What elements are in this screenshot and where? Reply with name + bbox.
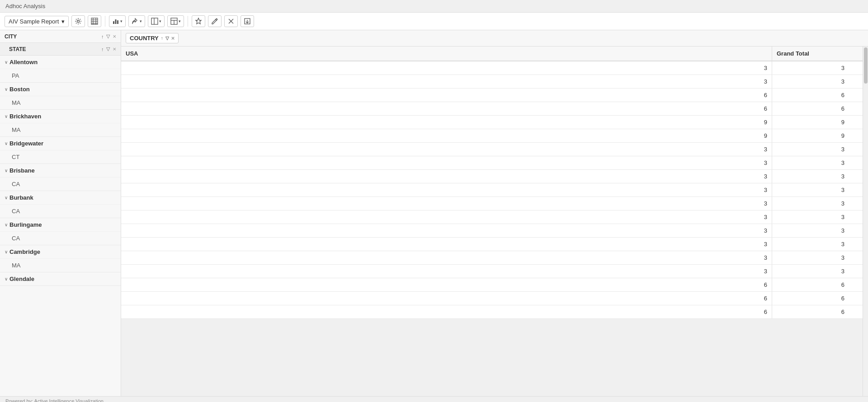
city-row-bridgewater[interactable]: ∨ Bridgewater — [0, 137, 121, 150]
usa-cell: 3 — [121, 183, 772, 196]
state-filter-row: STATE ↑ ▽ × — [0, 43, 121, 56]
table-scroll-container: USA Grand Total 3 3 3 3 6 6 6 — [121, 47, 868, 396]
city-group-brickhaven: ∨ Brickhaven MA — [0, 110, 121, 137]
total-cell: 3 — [772, 143, 863, 156]
delete-icon — [227, 18, 235, 25]
country-chip-close[interactable]: × — [171, 35, 175, 42]
state-row-ca-burlingame: CA — [0, 231, 121, 245]
total-cell: 6 — [772, 278, 863, 291]
state-filter-label: STATE — [9, 46, 99, 52]
sidebar-header: CITY ↑ ▽ × STATE ↑ ▽ × — [0, 30, 121, 56]
city-group-burbank: ∨ Burbank CA — [0, 191, 121, 218]
country-chip-label: COUNTRY — [130, 35, 159, 42]
usa-cell: 3 — [121, 210, 772, 224]
panel-arrow: ▾ — [159, 19, 161, 23]
boston-label: Boston — [9, 86, 30, 93]
table-row: 6 6 — [121, 292, 863, 305]
state-sort-up-icon[interactable]: ↑ — [101, 47, 104, 52]
burlingame-label: Burlingame — [9, 221, 42, 228]
toolbar: AIV Sample Report ▾ ▾ ▾ — [0, 13, 868, 30]
state-row-ma-boston: MA — [0, 96, 121, 109]
layout-arrow: ▾ — [179, 19, 181, 23]
share-button[interactable]: ▾ — [128, 15, 145, 27]
usa-cell: 3 — [121, 75, 772, 88]
export-button[interactable] — [241, 15, 254, 27]
table-row: 6 6 — [121, 278, 863, 292]
chart-button[interactable]: ▾ — [109, 15, 126, 27]
app-title: Adhoc Analysis — [5, 3, 45, 9]
layout-icon — [170, 18, 178, 25]
country-sort-icon[interactable]: ↑ — [161, 36, 163, 41]
boston-chevron: ∨ — [5, 87, 8, 92]
city-filter-icon[interactable]: ▽ — [106, 33, 110, 39]
usa-cell: 9 — [121, 129, 772, 142]
table-row: 3 3 — [121, 170, 863, 183]
usa-cell: 6 — [121, 305, 772, 318]
pin-icon — [195, 18, 202, 25]
table-view-button[interactable] — [88, 15, 101, 27]
city-row-burlingame[interactable]: ∨ Burlingame — [0, 218, 121, 231]
total-cell: 3 — [772, 197, 863, 210]
bridgewater-label: Bridgewater — [9, 140, 43, 147]
usa-cell: 6 — [121, 292, 772, 305]
edit-button[interactable] — [208, 15, 222, 27]
burbank-chevron: ∨ — [5, 195, 8, 200]
cambridge-chevron: ∨ — [5, 249, 8, 254]
state-row-ma-brickhaven: MA — [0, 123, 121, 136]
footer: Powered by: Active Intelligence Visualiz… — [0, 396, 868, 402]
scrollbar-thumb[interactable] — [864, 47, 868, 84]
total-cell: 3 — [772, 75, 863, 88]
city-row-brisbane[interactable]: ∨ Brisbane — [0, 164, 121, 177]
city-row-allentown[interactable]: ∨ Allentown — [0, 56, 121, 69]
state-filter-close[interactable]: × — [113, 46, 116, 52]
total-cell: 3 — [772, 156, 863, 169]
delete-button[interactable] — [224, 15, 238, 27]
share-icon — [132, 18, 139, 25]
city-sort-up-icon[interactable]: ↑ — [101, 34, 104, 39]
brickhaven-label: Brickhaven — [9, 113, 41, 120]
table-row: 3 3 — [121, 210, 863, 224]
report-selector[interactable]: AIV Sample Report ▾ — [5, 16, 69, 27]
share-arrow: ▾ — [140, 19, 142, 23]
col-grand-total-header: Grand Total — [772, 47, 863, 61]
total-cell: 3 — [772, 238, 863, 251]
layout-button[interactable]: ▾ — [167, 15, 184, 27]
svg-rect-8 — [115, 19, 117, 24]
table-row: 3 3 — [121, 183, 863, 197]
content-area: COUNTRY ↑ ▽ × USA Grand Total 3 3 — [121, 30, 868, 396]
usa-cell: 3 — [121, 156, 772, 169]
city-row-burbank[interactable]: ∨ Burbank — [0, 191, 121, 204]
report-selector-chevron: ▾ — [61, 18, 65, 25]
total-cell: 3 — [772, 265, 863, 278]
svg-rect-7 — [113, 21, 114, 24]
edit-icon — [211, 18, 218, 25]
total-cell: 6 — [772, 292, 863, 305]
scrollbar[interactable] — [863, 47, 868, 396]
city-row-brickhaven[interactable]: ∨ Brickhaven — [0, 110, 121, 123]
pin-button[interactable] — [192, 15, 205, 27]
country-filter-icon[interactable]: ▽ — [165, 36, 169, 41]
table-row: 3 3 — [121, 75, 863, 89]
panel-button[interactable]: ▾ — [148, 15, 165, 27]
city-row-cambridge[interactable]: ∨ Cambridge — [0, 245, 121, 258]
allentown-chevron: ∨ — [5, 60, 8, 65]
usa-cell: 3 — [121, 238, 772, 251]
settings-button[interactable] — [71, 15, 85, 27]
report-name-label: AIV Sample Report — [9, 18, 59, 25]
city-row-boston[interactable]: ∨ Boston — [0, 83, 121, 96]
usa-cell: 3 — [121, 251, 772, 264]
cambridge-label: Cambridge — [9, 248, 40, 255]
table-row: 3 3 — [121, 143, 863, 156]
city-group-glendale: ∨ Glendale — [0, 272, 121, 286]
allentown-label: Allentown — [9, 59, 38, 65]
table-row: 3 3 — [121, 251, 863, 265]
state-filter-icon[interactable]: ▽ — [106, 46, 110, 52]
city-row-glendale[interactable]: ∨ Glendale — [0, 272, 121, 285]
table-icon — [91, 18, 98, 25]
chart-icon — [112, 18, 119, 25]
city-filter-row: CITY ↑ ▽ × — [0, 30, 121, 43]
glendale-chevron: ∨ — [5, 276, 8, 281]
svg-rect-9 — [117, 20, 118, 24]
city-filter-close[interactable]: × — [113, 33, 116, 40]
table-row: 3 3 — [121, 61, 863, 75]
